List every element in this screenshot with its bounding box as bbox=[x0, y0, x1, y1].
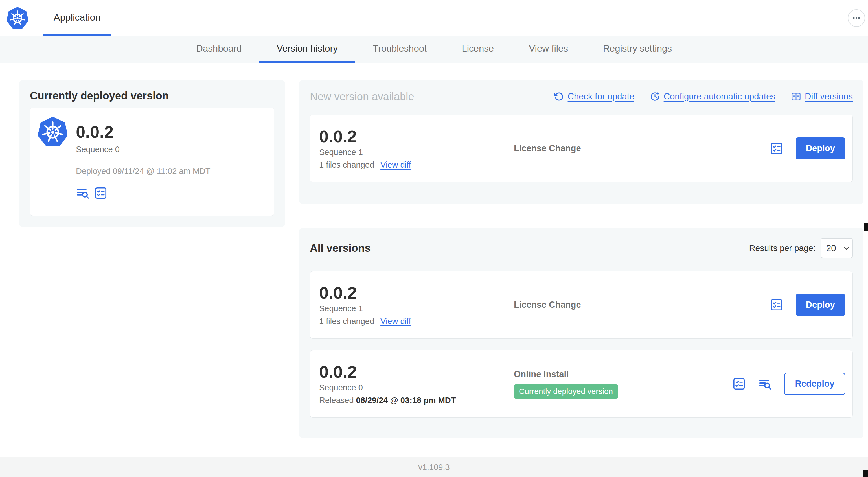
app-header: Application bbox=[0, 0, 868, 36]
tab-version-history[interactable]: Version history bbox=[259, 36, 355, 63]
version-row-actions: Redeploy bbox=[732, 373, 845, 395]
version-source-label: Online Install bbox=[514, 369, 569, 379]
check-for-update-link[interactable]: Check for update bbox=[554, 91, 634, 101]
config-values-button[interactable] bbox=[770, 142, 783, 155]
tab-troubleshoot[interactable]: Troubleshoot bbox=[355, 36, 444, 63]
sequence-label: Sequence 1 bbox=[319, 148, 514, 157]
files-changed-label: 1 files changed bbox=[319, 160, 374, 170]
release-notes-button[interactable] bbox=[758, 377, 772, 390]
clock-update-icon bbox=[650, 92, 660, 101]
deploy-button[interactable]: Deploy bbox=[796, 294, 845, 316]
results-per-page-select[interactable]: 20 bbox=[820, 238, 853, 258]
files-changed-line: 1 files changed View diff bbox=[319, 160, 514, 170]
deployed-timestamp: Deployed 09/11/24 @ 11:02 am MDT bbox=[76, 167, 266, 176]
sequence-label: Sequence 1 bbox=[319, 304, 514, 313]
checklist-icon bbox=[732, 377, 746, 390]
all-versions-card: All versions Results per page: 20 0.0.2 … bbox=[299, 228, 864, 438]
configure-automatic-updates-link[interactable]: Configure automatic updates bbox=[650, 91, 775, 101]
app-tab-label: Application bbox=[54, 12, 100, 23]
redeploy-button[interactable]: Redeploy bbox=[784, 373, 845, 395]
scrollbar-artifact bbox=[864, 470, 868, 477]
sequence-label: Sequence 0 bbox=[76, 145, 266, 154]
tab-dashboard[interactable]: Dashboard bbox=[179, 36, 259, 63]
released-date: 08/29/24 @ 03:18 pm MDT bbox=[356, 396, 456, 405]
console-version: v1.109.3 bbox=[418, 463, 450, 472]
results-per-page: Results per page: 20 bbox=[749, 238, 853, 258]
checklist-icon bbox=[770, 298, 783, 311]
version-row-actions: Deploy bbox=[770, 138, 845, 159]
results-per-page-label: Results per page: bbox=[749, 243, 815, 253]
release-notes-button[interactable] bbox=[76, 186, 89, 200]
currently-deployed-badge: Currently deployed version bbox=[514, 384, 618, 398]
deploy-button[interactable]: Deploy bbox=[796, 138, 845, 159]
more-options-button[interactable] bbox=[848, 9, 865, 27]
release-notes-icon bbox=[76, 186, 89, 200]
diff-versions-label: Diff versions bbox=[805, 91, 853, 101]
tab-view-files[interactable]: View files bbox=[511, 36, 586, 63]
currently-deployed-title: Currently deployed version bbox=[30, 90, 274, 102]
tab-registry-settings[interactable]: Registry settings bbox=[586, 36, 689, 63]
sequence-label: Sequence 0 bbox=[319, 383, 514, 392]
checklist-icon bbox=[770, 142, 783, 155]
kubernetes-logo-icon bbox=[38, 116, 67, 147]
current-version-panel: 0.0.2 Sequence 0 Deployed 09/11/24 @ 11:… bbox=[30, 108, 274, 216]
ellipsis-icon bbox=[850, 12, 862, 24]
view-diff-link[interactable]: View diff bbox=[380, 317, 411, 326]
version-number: 0.0.2 bbox=[76, 123, 266, 141]
new-version-card: New version available Check for update C… bbox=[299, 80, 864, 204]
version-info: 0.0.2 Sequence 0 Released 08/29/24 @ 03:… bbox=[319, 363, 514, 405]
new-version-row: 0.0.2 Sequence 1 1 files changed View di… bbox=[310, 115, 853, 182]
version-source-block: Online Install Currently deployed versio… bbox=[514, 369, 732, 398]
config-values-button[interactable] bbox=[770, 298, 783, 311]
checklist-icon bbox=[94, 186, 107, 200]
check-for-update-label: Check for update bbox=[568, 91, 634, 101]
all-versions-header: All versions Results per page: 20 bbox=[310, 238, 853, 259]
version-number: 0.0.2 bbox=[319, 363, 514, 381]
version-source-label: License Change bbox=[514, 300, 770, 310]
version-row: 0.0.2 Sequence 0 Released 08/29/24 @ 03:… bbox=[310, 350, 853, 418]
tab-license[interactable]: License bbox=[444, 36, 511, 63]
version-info: 0.0.2 Sequence 1 1 files changed View di… bbox=[319, 284, 514, 326]
app-footer: v1.109.3 bbox=[0, 457, 868, 477]
version-source-label: License Change bbox=[514, 143, 770, 153]
current-version-actions bbox=[76, 186, 266, 200]
refresh-icon bbox=[554, 92, 564, 101]
files-changed-label: 1 files changed bbox=[319, 317, 374, 326]
version-number: 0.0.2 bbox=[319, 284, 514, 302]
released-prefix: Released bbox=[319, 396, 354, 405]
diff-versions-link[interactable]: Diff versions bbox=[791, 91, 853, 101]
version-info: 0.0.2 Sequence 1 1 files changed View di… bbox=[319, 127, 514, 170]
new-version-header: New version available Check for update C… bbox=[310, 90, 853, 103]
released-timestamp: Released 08/29/24 @ 03:18 pm MDT bbox=[319, 396, 514, 405]
kubernetes-logo bbox=[7, 7, 28, 29]
kubernetes-logo bbox=[38, 116, 76, 154]
config-values-button[interactable] bbox=[732, 377, 746, 390]
app-subnav: Dashboard Version history Troubleshoot L… bbox=[0, 36, 868, 63]
diff-columns-icon bbox=[791, 92, 801, 101]
configure-automatic-updates-label: Configure automatic updates bbox=[664, 91, 775, 101]
new-version-title: New version available bbox=[310, 91, 414, 103]
version-row: 0.0.2 Sequence 1 1 files changed View di… bbox=[310, 271, 853, 339]
version-row-actions: Deploy bbox=[770, 294, 845, 316]
config-values-button[interactable] bbox=[94, 186, 107, 200]
new-version-actions: Check for update Configure automatic upd… bbox=[554, 91, 853, 101]
all-versions-title: All versions bbox=[310, 242, 371, 254]
scrollbar-artifact bbox=[864, 223, 868, 231]
release-notes-icon bbox=[758, 377, 772, 390]
view-diff-link[interactable]: View diff bbox=[380, 160, 411, 170]
kubernetes-logo-icon bbox=[7, 7, 28, 29]
currently-deployed-card: Currently deployed version 0.0.2 S bbox=[19, 80, 285, 227]
files-changed-line: 1 files changed View diff bbox=[319, 317, 514, 326]
version-number: 0.0.2 bbox=[319, 127, 514, 145]
tab-application[interactable]: Application bbox=[43, 0, 111, 36]
